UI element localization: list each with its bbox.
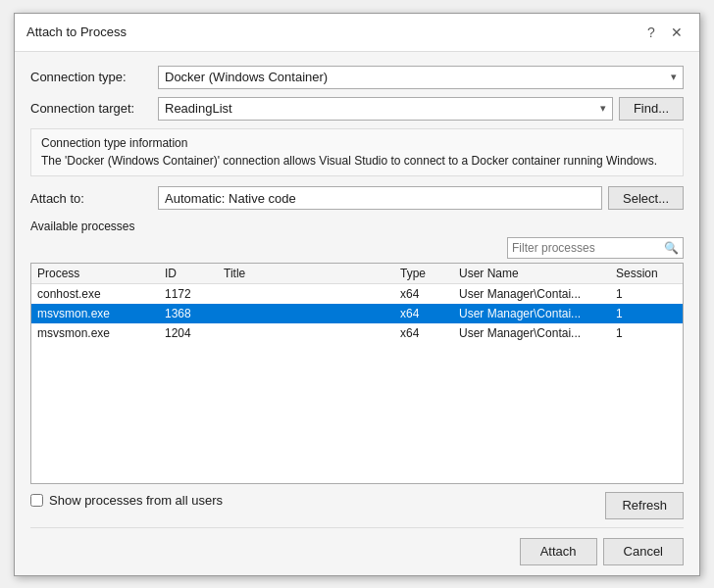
title-bar-buttons: ? ✕	[640, 22, 688, 43]
connection-target-value: ReadingList	[165, 101, 600, 116]
cancel-button[interactable]: Cancel	[603, 538, 684, 565]
table-cell: msvsmon.exe	[37, 325, 165, 341]
dialog-title: Attach to Process	[26, 24, 127, 39]
dialog-body: Connection type: Docker (Windows Contain…	[15, 52, 699, 575]
table-body: conhost.exe1172x64User Manager\Contai...…	[31, 284, 683, 482]
filter-input-wrap[interactable]: 🔍	[507, 237, 684, 259]
help-button[interactable]: ?	[640, 22, 662, 43]
attach-to-process-dialog: Attach to Process ? ✕ Connection type: D…	[14, 13, 700, 576]
col-type: Type	[400, 267, 459, 280]
attach-to-label: Attach to:	[30, 191, 158, 206]
connection-target-chevron	[600, 102, 606, 115]
table-cell: x64	[400, 325, 459, 341]
info-title: Connection type information	[41, 135, 673, 152]
connection-type-dropdown[interactable]: Docker (Windows Container)	[158, 66, 684, 89]
table-cell: 1	[616, 306, 675, 321]
find-button[interactable]: Find...	[619, 97, 684, 121]
connection-target-label: Connection target:	[30, 101, 158, 116]
table-cell: msvsmon.exe	[37, 306, 165, 321]
filter-input[interactable]	[512, 241, 662, 255]
show-all-users-label: Show processes from all users	[49, 493, 223, 508]
bottom-section: Show processes from all users Refresh At…	[30, 492, 684, 565]
col-username: User Name	[459, 267, 616, 280]
show-all-users-row: Show processes from all users	[30, 493, 223, 508]
search-icon: 🔍	[664, 241, 679, 255]
table-cell	[224, 286, 400, 302]
table-cell	[224, 325, 400, 341]
table-cell	[224, 306, 400, 321]
connection-type-label: Connection type:	[30, 70, 158, 84]
connection-target-row: Connection target: ReadingList Find...	[30, 97, 684, 121]
connection-type-row: Connection type: Docker (Windows Contain…	[30, 66, 684, 89]
action-row: Attach Cancel	[30, 527, 684, 565]
title-bar: Attach to Process ? ✕	[15, 14, 699, 52]
table-row[interactable]: conhost.exe1172x64User Manager\Contai...…	[31, 284, 683, 304]
info-text: The 'Docker (Windows Container)' connect…	[41, 153, 673, 170]
select-button[interactable]: Select...	[608, 186, 684, 210]
process-table: Process ID Title Type User Name Session …	[30, 263, 684, 483]
refresh-button[interactable]: Refresh	[605, 492, 684, 519]
connection-target-dropdown[interactable]: ReadingList	[158, 97, 613, 121]
connection-type-chevron	[671, 71, 677, 83]
table-cell: User Manager\Contai...	[459, 286, 616, 302]
table-cell: 1	[616, 286, 675, 302]
table-cell: x64	[400, 286, 459, 302]
table-row[interactable]: msvsmon.exe1204x64User Manager\Contai...…	[31, 323, 683, 343]
col-session: Session	[616, 267, 675, 280]
table-header: Process ID Title Type User Name Session	[31, 264, 683, 284]
attach-to-row: Attach to: Automatic: Native code Select…	[30, 186, 684, 210]
show-all-users-checkbox[interactable]	[30, 494, 43, 507]
table-cell: 1204	[165, 325, 224, 341]
table-cell: x64	[400, 306, 459, 321]
filter-row: 🔍	[30, 237, 684, 259]
connection-type-value: Docker (Windows Container)	[165, 70, 671, 84]
table-cell: 1	[616, 325, 675, 341]
table-cell: 1368	[165, 306, 224, 321]
table-cell: 1172	[165, 286, 224, 302]
table-cell: User Manager\Contai...	[459, 306, 616, 321]
attach-button[interactable]: Attach	[520, 538, 597, 565]
col-title: Title	[224, 267, 400, 280]
table-row[interactable]: msvsmon.exe1368x64User Manager\Contai...…	[31, 304, 683, 323]
attach-to-value: Automatic: Native code	[158, 186, 602, 210]
table-cell: conhost.exe	[37, 286, 165, 302]
col-id: ID	[165, 267, 224, 280]
col-process: Process	[37, 267, 165, 280]
close-button[interactable]: ✕	[666, 22, 688, 43]
table-cell: User Manager\Contai...	[459, 325, 616, 341]
available-processes-label: Available processes	[30, 220, 684, 233]
info-box: Connection type information The 'Docker …	[30, 128, 684, 177]
